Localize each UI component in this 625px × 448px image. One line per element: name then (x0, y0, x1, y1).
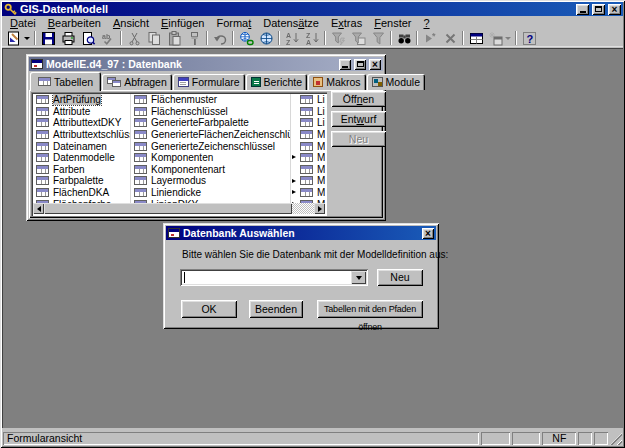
close-button[interactable]: × (608, 4, 621, 15)
horizontal-scrollbar[interactable] (33, 203, 325, 214)
table-item[interactable]: Datenmodelle (33, 152, 130, 164)
db-close-button[interactable]: × (369, 59, 381, 70)
maximize-button[interactable] (592, 4, 605, 15)
cut-button[interactable] (124, 30, 144, 46)
apply-filter-button[interactable] (368, 30, 388, 46)
save-button[interactable] (38, 30, 58, 46)
menu-ansicht[interactable]: Ansicht (107, 16, 155, 30)
view-switch-button[interactable] (5, 30, 32, 46)
filter-by-form-icon (351, 31, 366, 46)
menu-extras[interactable]: Extras (325, 16, 368, 30)
format-painter-button[interactable] (184, 30, 204, 46)
menu-bearbeiten[interactable]: Bearbeiten (42, 16, 107, 30)
table-item[interactable]: Linie (291, 106, 325, 118)
tab-abfragen[interactable]: Abfragen (102, 74, 172, 90)
macros-icon (313, 77, 323, 87)
tab-berichte[interactable]: Berichte (246, 74, 308, 90)
open-button[interactable]: Öffnen (331, 91, 386, 107)
new-object-button[interactable] (486, 30, 513, 46)
paste-button[interactable] (164, 30, 184, 46)
toolbar-separator (232, 31, 234, 45)
new-record-button[interactable]: * (420, 30, 440, 46)
menu-fenster[interactable]: Fenster (368, 16, 417, 30)
table-item[interactable]: Farbpalette (33, 175, 130, 187)
table-item[interactable]: Komponentenart (131, 164, 290, 176)
table-item[interactable]: GenerierteFarbpalette (131, 117, 290, 129)
table-item[interactable]: Attribute (33, 106, 130, 118)
table-item[interactable]: Liniendicke (131, 187, 290, 199)
database-window-button[interactable] (466, 30, 486, 46)
tab-tabellen[interactable]: Tabellen (30, 72, 101, 91)
spelling-button[interactable]: ab (98, 30, 118, 46)
table-item[interactable]: GenerierteFlächenZeichenschlüssel (131, 129, 290, 141)
quit-button[interactable]: Beenden (249, 300, 303, 318)
resize-grip[interactable] (610, 433, 622, 445)
table-item[interactable]: Mod (291, 152, 325, 164)
open-tables-with-paths-button[interactable]: Tabellen mit den Pfaden öffnen (317, 300, 423, 318)
combo-dropdown-button[interactable] (351, 271, 366, 284)
ok-button[interactable]: OK (181, 300, 237, 318)
copy-button[interactable] (144, 30, 164, 46)
tab-module[interactable]: Module (367, 74, 425, 90)
filter-by-selection-button[interactable] (328, 30, 348, 46)
table-item[interactable]: Farben (33, 164, 130, 176)
menu-datensaetze[interactable]: Datensätze (257, 16, 325, 30)
insert-hyperlink-button[interactable] (236, 30, 256, 46)
new-database-button[interactable]: Neu (377, 269, 423, 286)
table-item[interactable]: ArtPrüfung (33, 94, 130, 106)
dialog-title-bar[interactable]: Datenbank Auswählen × (166, 226, 436, 240)
table-item[interactable]: Meth (291, 140, 325, 152)
table-item[interactable]: Mod (291, 164, 325, 176)
delete-record-button[interactable] (440, 30, 460, 46)
find-button[interactable] (394, 30, 414, 46)
table-icon (134, 188, 147, 197)
table-item[interactable]: AttributtextDKY (33, 117, 130, 129)
help-button[interactable]: ? (519, 30, 539, 46)
filter-by-form-button[interactable] (348, 30, 368, 46)
db-minimize-button[interactable] (339, 59, 351, 70)
table-item[interactable]: Linie (291, 117, 325, 129)
print-preview-button[interactable] (78, 30, 98, 46)
table-item[interactable]: GenerierteZeichenschlüssel (131, 140, 290, 152)
table-item[interactable]: Attributtextschlüssel (33, 129, 130, 141)
table-item[interactable]: FlächenDKA (33, 187, 130, 199)
main-title-bar[interactable]: GIS-DatenModell × (2, 2, 623, 16)
menu-hilfe[interactable]: ? (417, 16, 435, 30)
table-item[interactable]: Layermodus (131, 175, 290, 187)
db-maximize-button[interactable] (354, 59, 366, 70)
tab-formulare[interactable]: Formulare (173, 74, 245, 90)
sort-descending-button[interactable]: ZA (302, 30, 322, 46)
design-button[interactable]: Entwurf (331, 111, 386, 127)
table-item[interactable]: Flächenschlüssel (131, 106, 290, 118)
minimize-button[interactable] (576, 4, 589, 15)
svg-text:Z: Z (306, 32, 311, 39)
new-table-button[interactable]: Neu (331, 131, 386, 147)
table-item[interactable]: Dateinamen (33, 140, 130, 152)
database-combobox[interactable] (180, 269, 368, 286)
menu-format[interactable]: Format (210, 16, 257, 30)
table-item[interactable]: Meth (291, 129, 325, 141)
table-item[interactable]: Mod (291, 187, 325, 199)
table-name: Mod (317, 164, 325, 175)
toolbar-separator (278, 31, 280, 45)
scrollbar-thumb[interactable] (44, 203, 292, 214)
web-toolbar-button[interactable] (256, 30, 276, 46)
table-item[interactable]: Mod (291, 175, 325, 187)
menu-einfuegen[interactable]: Einfügen (155, 16, 210, 30)
undo-button[interactable] (210, 30, 230, 46)
dialog-close-button[interactable]: × (422, 228, 434, 239)
database-window-title-bar[interactable]: ModellE.d4_97 : Datenbank × (29, 57, 383, 71)
tab-makros[interactable]: Makros (308, 74, 365, 90)
table-icon (300, 188, 313, 197)
table-item[interactable]: Linie (291, 94, 325, 106)
status-view-mode: Formularansicht (3, 432, 479, 445)
sort-ascending-button[interactable]: AZ (282, 30, 302, 46)
table-item[interactable]: Komponenten (131, 152, 290, 164)
menu-datei[interactable]: Datei (4, 16, 42, 30)
scroll-left-button[interactable] (33, 203, 44, 214)
print-button[interactable] (58, 30, 78, 46)
scroll-right-button[interactable] (314, 203, 325, 214)
table-item[interactable]: Flächenmuster (131, 94, 290, 106)
table-name: GenerierteFlächenZeichenschlüssel (151, 129, 291, 140)
table-icon (300, 142, 313, 151)
